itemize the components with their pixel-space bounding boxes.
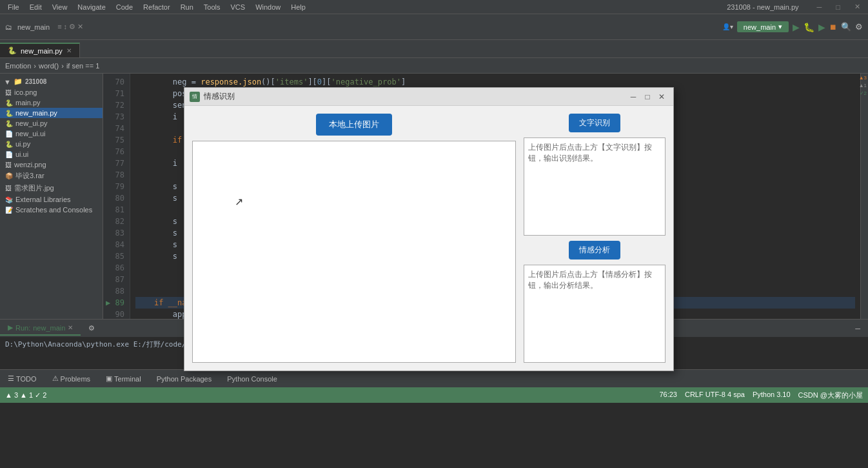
search-icon[interactable]: 🔍 bbox=[841, 22, 851, 32]
sidebar-item-new-ui[interactable]: 🐍 new_ui.py bbox=[0, 118, 103, 128]
recognize-text-btn[interactable]: 文字识别 bbox=[569, 114, 620, 132]
ico-file-icon: 🖼 bbox=[5, 89, 12, 96]
run-coverage-icon[interactable]: ▶ bbox=[818, 22, 825, 32]
new-ui-ui-file-icon: 📄 bbox=[5, 130, 13, 137]
sidebar-item-label: new_ui.ui bbox=[15, 130, 45, 137]
dropdown-arrow: ▾ bbox=[778, 23, 782, 31]
python-packages-tab[interactable]: Python Packages bbox=[149, 372, 220, 385]
xuqiu-file-icon: 🖼 bbox=[5, 185, 12, 192]
editor-scrollbar[interactable]: ▲3 ▲1 ✓2 bbox=[860, 74, 868, 319]
problems-icon: ⚠ bbox=[52, 374, 59, 383]
terminal-tab[interactable]: ▣ Terminal bbox=[98, 372, 149, 385]
breadcrumb-part1[interactable]: Emotion bbox=[5, 62, 31, 70]
dialog-left-panel: 本地上传图片 ↗ bbox=[192, 114, 516, 363]
run-tab-close[interactable]: ✕ bbox=[68, 324, 73, 331]
line-numbers: 70 71 72 73 74 75 76 77 78 79 80 81 82 8… bbox=[103, 74, 130, 319]
panel-expand-btn[interactable]: ─ bbox=[847, 322, 868, 335]
run-config-btn[interactable]: new_main ▾ bbox=[737, 21, 789, 32]
status-encoding: CRLF UTF-8 4 spa bbox=[685, 391, 745, 400]
debug-icon[interactable]: 🐛 bbox=[804, 22, 814, 32]
menu-refactor[interactable]: Refactor bbox=[138, 3, 175, 11]
upload-image-btn[interactable]: 本地上传图片 bbox=[316, 114, 392, 136]
python-console-tab[interactable]: Python Console bbox=[219, 372, 285, 385]
toolbar-right: 👤▾ new_main ▾ ▶ 🐛 ▶ ⏹ 🔍 ⚙ bbox=[722, 21, 863, 32]
toolbar-icons: ≡ ↕ ⚙ ✕ bbox=[57, 23, 83, 31]
dialog-title-bar: 情 情感识别 ─ □ ✕ bbox=[184, 88, 673, 106]
sidebar-item-label: ui.ui bbox=[15, 150, 28, 158]
minimize-btn[interactable]: ─ bbox=[812, 3, 827, 11]
menu-view[interactable]: View bbox=[47, 3, 73, 11]
sidebar-item-label: 毕设3.rar bbox=[15, 171, 44, 181]
dialog-app-icon: 情 bbox=[190, 92, 200, 102]
ui-ui-file-icon: 📄 bbox=[5, 151, 13, 158]
menu-edit[interactable]: Edit bbox=[25, 3, 47, 11]
tab-bar: 🐍 new_main.py ✕ bbox=[0, 40, 868, 58]
dialog-close-btn[interactable]: ✕ bbox=[655, 91, 668, 103]
menu-vcs[interactable]: VCS bbox=[226, 3, 251, 11]
menu-code[interactable]: Code bbox=[111, 3, 138, 11]
menu-run[interactable]: Run bbox=[175, 3, 199, 11]
new-ui-file-icon: 🐍 bbox=[5, 120, 13, 127]
sidebar-item-ui-ui[interactable]: 📄 ui.ui bbox=[0, 149, 103, 159]
bottom-tools-bar: ☰ TODO ⚠ Problems ▣ Terminal Python Pack… bbox=[0, 369, 868, 387]
status-bar: ▲ 3 ▲ 1 ✓ 2 76:23 CRLF UTF-8 4 spa Pytho… bbox=[0, 387, 868, 403]
sidebar-item-scratches[interactable]: 📝 Scratches and Consoles bbox=[0, 205, 103, 215]
status-warnings: ▲ 3 ▲ 1 ✓ 2 bbox=[5, 391, 46, 400]
collapse-arrow: ▼ bbox=[4, 78, 11, 86]
sidebar-item-external-libs[interactable]: 📚 External Libraries bbox=[0, 194, 103, 205]
sidebar-project-header[interactable]: ▼ 📁 231008 bbox=[0, 76, 103, 87]
sidebar-item-main[interactable]: 🐍 main.py bbox=[0, 97, 103, 108]
close-btn[interactable]: ✕ bbox=[849, 3, 865, 11]
run-tab-label: Run: bbox=[15, 324, 30, 332]
window-title: 231008 - new_main.py bbox=[722, 3, 804, 11]
sidebar-item-label: new_ui.py bbox=[15, 119, 48, 127]
tab-close-btn[interactable]: ✕ bbox=[66, 47, 72, 54]
settings-gear[interactable]: ⚙ bbox=[81, 321, 103, 335]
menu-file[interactable]: File bbox=[3, 3, 25, 11]
dialog-title: 情感识别 bbox=[204, 91, 627, 102]
recognize-result-area[interactable]: 上传图片后点击上方【文字识别】按钮，输出识别结果。 bbox=[524, 137, 666, 236]
analyze-result-area[interactable]: 上传图片后点击上方【情感分析】按钮，输出分析结果。 bbox=[524, 265, 666, 363]
sidebar-item-label: Scratches and Consoles bbox=[15, 206, 92, 214]
stop-icon[interactable]: ⏹ bbox=[829, 23, 837, 32]
menu-window[interactable]: Window bbox=[250, 3, 286, 11]
breadcrumb-part2[interactable]: word() bbox=[39, 62, 59, 70]
sidebar-item-label: wenzi.png bbox=[14, 161, 46, 168]
settings-icon[interactable]: ⚙ bbox=[855, 22, 863, 32]
status-right: 76:23 CRLF UTF-8 4 spa Python 3.10 CSDN … bbox=[659, 391, 863, 400]
analyze-sentiment-btn[interactable]: 情感分析 bbox=[569, 241, 620, 259]
run-tab[interactable]: ▶ Run: new_main ✕ bbox=[0, 321, 81, 336]
image-preview-area[interactable] bbox=[192, 141, 516, 363]
python-file-icon: 🐍 bbox=[8, 46, 17, 55]
run-config-name: new_main bbox=[744, 23, 776, 31]
menu-help[interactable]: Help bbox=[286, 3, 311, 11]
user-icon[interactable]: 👤▾ bbox=[722, 23, 733, 30]
maximize-btn[interactable]: □ bbox=[831, 3, 845, 11]
sidebar-item-bishe[interactable]: 📦 毕设3.rar bbox=[0, 170, 103, 182]
terminal-icon: ▣ bbox=[106, 374, 112, 383]
sidebar-item-new-ui-ui[interactable]: 📄 new_ui.ui bbox=[0, 128, 103, 139]
sidebar-item-label: new_main.py bbox=[15, 109, 57, 117]
status-line-col: 76:23 bbox=[659, 391, 677, 400]
breadcrumb-part3[interactable]: if sen == 1 bbox=[66, 62, 99, 70]
terminal-label: Terminal bbox=[114, 375, 141, 383]
run-icon[interactable]: ▶ bbox=[793, 22, 800, 32]
sidebar-item-wenzi[interactable]: 🖼 wenzi.png bbox=[0, 159, 103, 170]
problems-tab[interactable]: ⚠ Problems bbox=[44, 372, 98, 385]
project-label: 🗂 bbox=[5, 23, 12, 31]
menu-navigate[interactable]: Navigate bbox=[72, 3, 110, 11]
sidebar-item-ui-py[interactable]: 🐍 ui.py bbox=[0, 139, 103, 149]
tab-new-main[interactable]: 🐍 new_main.py ✕ bbox=[0, 43, 80, 57]
sidebar-item-ico[interactable]: 🖼 ico.png bbox=[0, 87, 103, 97]
dialog-maximize-btn[interactable]: □ bbox=[641, 91, 654, 103]
csdn-watermark: CSDN @大雾的小屋 bbox=[798, 391, 863, 400]
todo-tab[interactable]: ☰ TODO bbox=[0, 372, 44, 385]
sidebar-item-xuqiu[interactable]: 🖼 需求图片.jpg bbox=[0, 182, 103, 194]
menu-tools[interactable]: Tools bbox=[199, 3, 226, 11]
breadcrumb-sep1: › bbox=[34, 62, 36, 70]
status-language: Python 3.10 bbox=[753, 391, 791, 400]
dialog-minimize-btn[interactable]: ─ bbox=[627, 91, 640, 103]
emotion-dialog[interactable]: 情 情感识别 ─ □ ✕ 本地上传图片 ↗ 文字识别 bbox=[184, 87, 674, 371]
sidebar-item-new-main[interactable]: 🐍 new_main.py bbox=[0, 108, 103, 118]
bishe-file-icon: 📦 bbox=[5, 172, 13, 179]
